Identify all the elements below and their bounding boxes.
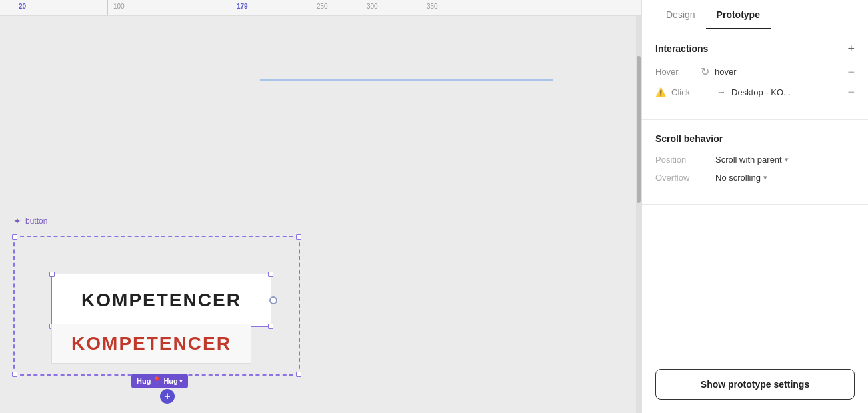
inner-handle-br[interactable] [268,324,273,329]
remove-click-button[interactable]: − [847,86,855,98]
handle-bl[interactable] [12,372,17,377]
inner-button-text: KOMPETENCER [81,290,241,311]
ruler-tick-300: 300 [367,3,378,10]
add-interaction-button[interactable]: + [847,43,855,55]
ruler-tick-179: 179 [237,3,248,10]
click-action-label: Desktop - KO... [731,87,842,97]
ruler-tick-350: 350 [427,3,438,10]
position-value: Scroll with parent [715,155,782,165]
interactions-header: Interactions + [655,43,855,55]
plus-cursor-icon: + [160,389,175,404]
handle-br[interactable] [296,372,301,377]
click-trigger-label: Click [671,87,711,97]
overflow-chevron-icon: ▾ [763,173,767,182]
position-label: Position [655,155,715,165]
right-panel: Design Prototype Interactions + Hover ↻ … [641,0,868,413]
interaction-row-hover: Hover ↻ hover − [655,65,855,78]
ruler-tick-100: 100 [113,3,125,10]
component-icon: ✦ [13,216,21,226]
interaction-row-click: ⚠️ Click → Desktop - KO... − [655,86,855,98]
remove-hover-button[interactable]: − [847,66,855,78]
hover-element-text: KOMPETENCER [71,333,231,354]
overflow-value: No scrolling [715,173,761,183]
scroll-behavior-section: Scroll behavior Position Scroll with par… [642,120,868,205]
hover-trigger-label: Hover [655,67,695,77]
canvas-area: 20 100 179 250 300 350 ✦ button [0,0,641,413]
hover-icon: ↻ [701,65,709,78]
tab-design[interactable]: Design [655,0,706,29]
connection-dot[interactable] [269,296,277,304]
overflow-dropdown[interactable]: No scrolling ▾ [715,173,767,183]
pin-icon: 📍 [152,376,162,386]
ruler-tick-250: 250 [317,3,328,10]
hover-action-label: hover [715,67,842,77]
position-dropdown[interactable]: Scroll with parent ▾ [715,155,789,165]
ruler: 20 100 179 250 300 350 [0,0,641,16]
warning-icon: ⚠️ [655,87,666,97]
hug-badge[interactable]: Hug 📍 Hug ▾ [131,374,188,388]
hug-badge-text: Hug [137,377,151,385]
button-label: ✦ button [13,216,47,226]
interactions-title: Interactions [655,43,708,54]
position-row: Position Scroll with parent ▾ [655,155,855,165]
inner-handle-tl[interactable] [49,272,55,277]
arrow-icon: → [717,87,726,97]
tab-bar: Design Prototype [642,0,868,29]
interactions-section: Interactions + Hover ↻ hover − ⚠️ Click … [642,29,868,120]
panel-spacer [642,205,868,356]
inner-handle-tr[interactable] [268,272,273,277]
hug-badge-text2: Hug [163,377,177,385]
scroll-behavior-title: Scroll behavior [655,133,855,144]
show-prototype-settings-button[interactable]: Show prototype settings [655,369,855,400]
canvas-scrollbar[interactable] [636,16,641,413]
ruler-tick-20: 20 [19,3,26,10]
connection-line [260,79,553,81]
inner-button[interactable]: KOMPETENCER [51,274,271,327]
hover-element[interactable]: KOMPETENCER [51,324,251,364]
handle-tr[interactable] [296,234,301,240]
canvas-scrollbar-thumb[interactable] [637,56,641,203]
canvas-content: ✦ button KOMPETENCER KOMPETENCER [0,16,636,413]
button-label-text: button [25,216,47,226]
handle-tl[interactable] [12,234,17,240]
position-chevron-icon: ▾ [785,155,789,164]
tab-prototype[interactable]: Prototype [706,0,771,29]
overflow-row: Overflow No scrolling ▾ [655,173,855,183]
button-frame[interactable]: KOMPETENCER KOMPETENCER Hug 📍 Hug ▾ + [13,236,300,376]
overflow-label: Overflow [655,173,715,183]
chevron-down-icon: ▾ [179,378,183,384]
